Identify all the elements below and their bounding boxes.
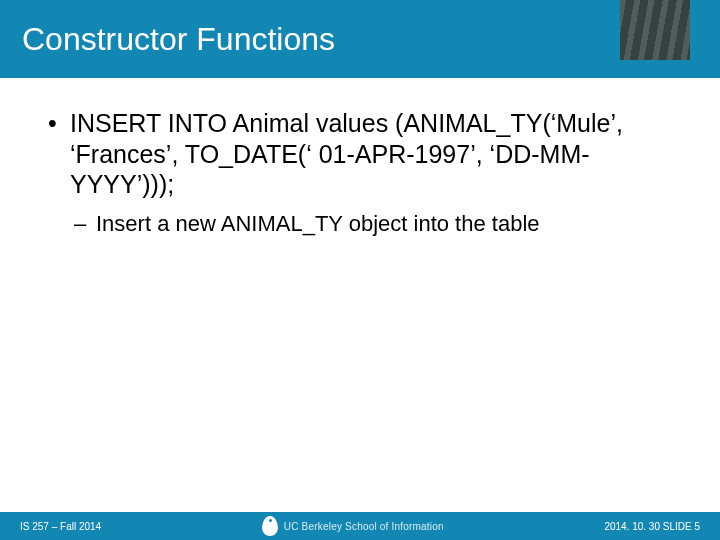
slide-title: Constructor Functions	[22, 21, 335, 58]
slide-header: Constructor Functions	[0, 0, 720, 78]
slide-footer: IS 257 – Fall 2014 UC Berkeley School of…	[0, 512, 720, 540]
footer-course: IS 257 – Fall 2014	[20, 521, 101, 532]
slide-body: INSERT INTO Animal values (ANIMAL_TY(‘Mu…	[0, 78, 720, 238]
footer-date-slide: 2014. 10. 30 SLIDE 5	[604, 521, 700, 532]
bullet-level-2: Insert a new ANIMAL_TY object into the t…	[48, 210, 680, 239]
bullet-level-1: INSERT INTO Animal values (ANIMAL_TY(‘Mu…	[48, 108, 680, 200]
footer-org-name: UC Berkeley School of Information	[284, 521, 444, 532]
header-decorative-image	[620, 0, 690, 60]
ischool-logo-icon	[262, 516, 278, 536]
footer-branding: UC Berkeley School of Information	[101, 516, 604, 536]
